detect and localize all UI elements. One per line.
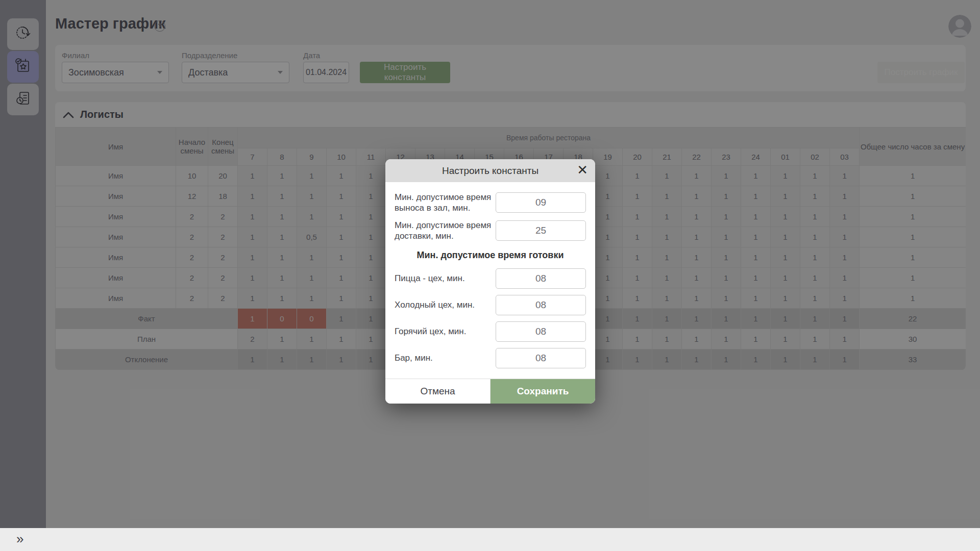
hot-shop-input[interactable] <box>496 321 586 342</box>
bar-input[interactable] <box>496 348 586 368</box>
modal-title: Настроить константы <box>442 165 538 177</box>
modal-footer: Отмена Сохранить <box>385 379 595 404</box>
cold-shop-input[interactable] <box>496 295 586 315</box>
serving-time-input[interactable] <box>496 192 586 213</box>
field-row: Мин. допустимое время выноса в зал, мин. <box>395 192 586 214</box>
constants-modal: Настроить константы ✕ Мин. допустимое вр… <box>385 159 595 404</box>
save-button[interactable]: Сохранить <box>491 379 595 404</box>
modal-body: Мин. допустимое время выноса в зал, мин.… <box>385 182 595 379</box>
field-label: Холодный цех, мин. <box>395 299 496 310</box>
field-row: Пицца - цех, мин. <box>395 268 586 289</box>
field-label: Бар, мин. <box>395 353 496 363</box>
field-label: Мин. допустимое время выноса в зал, мин. <box>395 192 496 214</box>
field-label: Горячий цех, мин. <box>395 326 496 337</box>
cancel-button[interactable]: Отмена <box>385 379 491 404</box>
field-row: Мин. допустимое время доставки, мин. <box>395 220 586 242</box>
field-row: Горячий цех, мин. <box>395 321 586 342</box>
close-icon[interactable]: ✕ <box>577 163 588 177</box>
cooking-time-section-header: Мин. допустимое время готовки <box>395 250 586 261</box>
delivery-time-input[interactable] <box>496 220 586 241</box>
field-row: Бар, мин. <box>395 348 586 368</box>
field-label: Мин. допустимое время доставки, мин. <box>395 220 496 242</box>
pizza-shop-input[interactable] <box>496 268 586 289</box>
bottom-bar: » <box>0 528 980 551</box>
field-label: Пицца - цех, мин. <box>395 273 496 284</box>
field-row: Холодный цех, мин. <box>395 295 586 315</box>
modal-header: Настроить константы ✕ <box>385 159 595 182</box>
sidebar-expand-toggle[interactable]: » <box>16 531 23 547</box>
